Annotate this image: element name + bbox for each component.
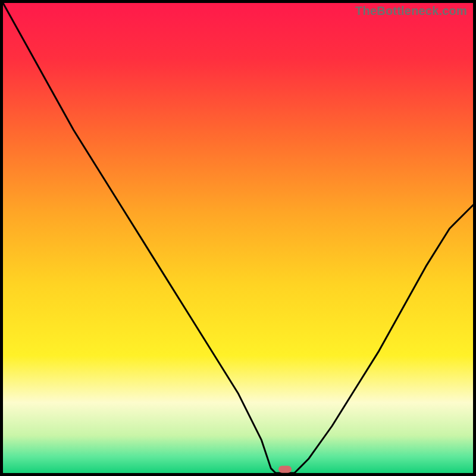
gradient-background: [3, 3, 473, 473]
optimum-marker: [278, 466, 292, 473]
chart-frame: TheBottleneck.com: [0, 0, 476, 476]
watermark-text: TheBottleneck.com: [355, 4, 467, 18]
plot-area: [3, 3, 473, 473]
bottleneck-chart: [3, 3, 473, 473]
